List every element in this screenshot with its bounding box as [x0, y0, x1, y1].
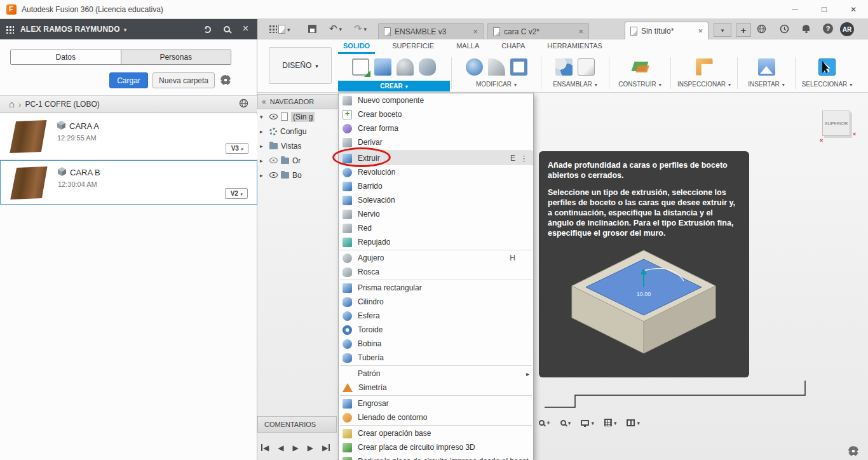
close-tab-icon[interactable]	[578, 27, 583, 36]
menu-item-llenado-contorno[interactable]: Llenado de contorno	[339, 410, 533, 424]
new-document-button[interactable]	[736, 23, 751, 37]
step-forward-button[interactable]	[308, 443, 313, 452]
viewcube-top-face[interactable]: SUPERIOR	[822, 111, 850, 136]
help-button[interactable]	[823, 24, 833, 34]
menu-item-toroide[interactable]: Toroide	[339, 323, 533, 337]
insertar-dropdown[interactable]: INSERTAR	[739, 81, 794, 88]
tab-solido[interactable]: SOLIDO	[338, 39, 375, 54]
comments-panel[interactable]: COMENTARIOS	[257, 416, 337, 433]
expand-arrow-icon[interactable]	[260, 158, 266, 164]
browser-header[interactable]: NAVEGADOR	[257, 94, 339, 109]
menu-item-esfera[interactable]: Esfera	[339, 309, 533, 323]
undo-button[interactable]	[329, 23, 342, 34]
menu-item-engrosar[interactable]: Engrosar	[339, 396, 533, 410]
tree-node-sketches[interactable]: Bo	[257, 168, 339, 182]
more-options-icon[interactable]	[520, 154, 528, 163]
expand-arrow-icon[interactable]	[260, 172, 266, 179]
menu-item-operacion-base[interactable]: Crear operación base	[339, 426, 533, 440]
apps-grid-icon[interactable]	[269, 25, 277, 33]
visibility-eye-icon[interactable]	[269, 158, 278, 163]
create-sketch-icon[interactable]	[352, 58, 369, 76]
viewcube[interactable]: SUPERIOR	[820, 108, 855, 144]
collapse-panel-icon[interactable]	[262, 97, 266, 106]
menu-item-barrido[interactable]: Barrido	[339, 179, 533, 193]
play-button[interactable]	[292, 443, 298, 452]
zoom-menu-button[interactable]	[560, 418, 571, 427]
revolve-icon[interactable]	[397, 58, 414, 76]
expand-arrow-icon[interactable]	[260, 143, 266, 149]
menu-item-nuevo-componente[interactable]: Nuevo componente	[339, 93, 533, 107]
tab-superficie[interactable]: SUPERFICIE	[387, 39, 439, 54]
extrude-icon[interactable]	[374, 58, 391, 76]
doc-tab-ensamble[interactable]: ENSAMBLE v3	[378, 23, 484, 39]
close-button[interactable]	[839, 0, 868, 19]
tree-node-origin[interactable]: Or	[257, 153, 339, 168]
maximize-button[interactable]	[810, 0, 839, 19]
fillet-icon[interactable]	[488, 58, 505, 76]
crear-dropdown[interactable]: CREAR	[338, 81, 450, 91]
menu-item-repujado[interactable]: Repujado	[339, 235, 533, 249]
web-globe-icon[interactable]	[239, 98, 248, 110]
version-badge[interactable]: V3	[226, 143, 248, 154]
save-button[interactable]	[308, 25, 316, 33]
menu-item-bobina[interactable]: Bobina	[339, 337, 533, 351]
user-menu[interactable]: ALEX RAMOS RAYMUNDO	[20, 25, 120, 34]
tab-overflow-button[interactable]	[714, 23, 731, 37]
shell-icon[interactable]	[510, 58, 527, 76]
menu-item-derivar[interactable]: Derivar	[339, 135, 533, 149]
loft-icon[interactable]	[419, 58, 436, 76]
tab-malla[interactable]: MALLA	[451, 39, 484, 54]
inspeccionar-dropdown[interactable]: INSPECCIONAR	[672, 81, 736, 88]
menu-item-cilindro[interactable]: Cilindro	[339, 295, 533, 309]
menu-item-tuberia[interactable]: Tubería	[339, 351, 533, 365]
tree-node-settings[interactable]: Configu	[257, 124, 339, 139]
project-name[interactable]: PC-1 COFRE (LOBO)	[25, 100, 99, 109]
tab-personas[interactable]: Personas	[121, 50, 231, 64]
construction-plane-icon[interactable]	[632, 58, 649, 76]
modificar-dropdown[interactable]: MODIFICAR	[453, 81, 539, 88]
preferences-gear-icon[interactable]	[848, 446, 858, 456]
tab-datos[interactable]: Datos	[11, 50, 121, 64]
doc-tab-cara-c[interactable]: cara C v2*	[487, 23, 589, 39]
menu-item-derivar-placa[interactable]: Derivar la placa de circuito impreso des…	[339, 454, 533, 460]
menu-item-rosca[interactable]: Rosca	[339, 265, 533, 279]
menu-item-extruir[interactable]: ExtruirE	[339, 151, 533, 165]
upload-button[interactable]: Cargar	[109, 72, 148, 88]
close-tab-icon[interactable]	[698, 26, 703, 36]
notifications-button[interactable]	[803, 25, 810, 31]
file-menu-button[interactable]	[278, 25, 290, 34]
menu-item-nervio[interactable]: Nervio	[339, 207, 533, 221]
menu-item-agujero[interactable]: AgujeroH	[339, 251, 533, 265]
ensamblar-dropdown[interactable]: ENSAMBLAR	[543, 81, 607, 88]
menu-item-red[interactable]: Red	[339, 221, 533, 235]
press-pull-icon[interactable]	[466, 58, 483, 76]
insert-image-icon[interactable]	[758, 58, 775, 76]
refresh-icon[interactable]	[204, 26, 211, 33]
viewports-button[interactable]	[627, 418, 640, 427]
close-tab-icon[interactable]	[473, 27, 478, 36]
file-item-cara-a[interactable]: CARA A 12:29:55 AM V3	[0, 114, 257, 159]
tab-chapa[interactable]: CHAPA	[496, 39, 530, 54]
search-icon[interactable]	[224, 26, 230, 32]
construir-dropdown[interactable]: CONSTRUIR	[611, 81, 669, 88]
menu-item-revolucion[interactable]: Revolución	[339, 165, 533, 179]
new-folder-button[interactable]: Nueva carpeta	[153, 72, 215, 88]
tree-root-document[interactable]: (Sin g	[257, 109, 339, 124]
doc-tab-sin-titulo[interactable]: Sin título*	[625, 22, 709, 39]
panel-settings-gear-icon[interactable]	[220, 75, 231, 85]
expand-arrow-icon[interactable]	[260, 114, 266, 120]
apps-grid-icon[interactable]	[6, 25, 14, 34]
tree-node-views[interactable]: Vistas	[257, 139, 339, 153]
menu-item-simetria[interactable]: Simetría	[339, 381, 533, 395]
grid-settings-button[interactable]	[604, 418, 617, 427]
menu-item-solevacion[interactable]: Solevación	[339, 193, 533, 207]
version-badge[interactable]: V2	[225, 188, 248, 199]
visibility-eye-icon[interactable]	[269, 114, 278, 119]
menu-item-prisma-rectangular[interactable]: Prisma rectangular	[339, 281, 533, 295]
close-panel-icon[interactable]	[243, 25, 248, 34]
home-icon[interactable]	[9, 100, 15, 109]
skip-to-end-button[interactable]	[322, 443, 330, 452]
visibility-eye-icon[interactable]	[269, 172, 278, 178]
joint-icon[interactable]	[555, 58, 573, 76]
tab-herramientas[interactable]: HERRAMIENTAS	[542, 39, 607, 54]
